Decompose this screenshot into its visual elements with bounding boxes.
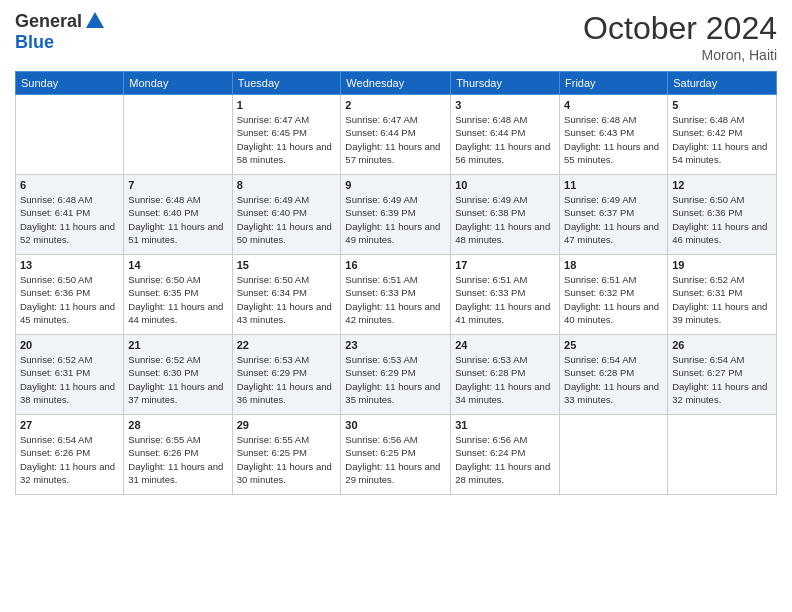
day-number: 5 — [672, 99, 772, 111]
sunset-text: Sunset: 6:29 PM — [345, 367, 415, 378]
sunrise-text: Sunrise: 6:48 AM — [455, 114, 527, 125]
sunrise-text: Sunrise: 6:51 AM — [564, 274, 636, 285]
table-row: 19Sunrise: 6:52 AMSunset: 6:31 PMDayligh… — [668, 255, 777, 335]
daylight-text: Daylight: 11 hours and 37 minutes. — [128, 381, 223, 405]
logo: General Blue — [15, 10, 106, 53]
table-row: 22Sunrise: 6:53 AMSunset: 6:29 PMDayligh… — [232, 335, 341, 415]
col-saturday: Saturday — [668, 72, 777, 95]
sunrise-text: Sunrise: 6:48 AM — [20, 194, 92, 205]
sunrise-text: Sunrise: 6:54 AM — [20, 434, 92, 445]
daylight-text: Daylight: 11 hours and 42 minutes. — [345, 301, 440, 325]
sunrise-text: Sunrise: 6:49 AM — [345, 194, 417, 205]
day-info: Sunrise: 6:54 AMSunset: 6:27 PMDaylight:… — [672, 353, 772, 406]
table-row: 6Sunrise: 6:48 AMSunset: 6:41 PMDaylight… — [16, 175, 124, 255]
sunrise-text: Sunrise: 6:51 AM — [455, 274, 527, 285]
sunrise-text: Sunrise: 6:54 AM — [564, 354, 636, 365]
sunrise-text: Sunrise: 6:50 AM — [672, 194, 744, 205]
sunset-text: Sunset: 6:40 PM — [237, 207, 307, 218]
day-number: 17 — [455, 259, 555, 271]
day-info: Sunrise: 6:49 AMSunset: 6:37 PMDaylight:… — [564, 193, 663, 246]
daylight-text: Daylight: 11 hours and 40 minutes. — [564, 301, 659, 325]
table-row: 7Sunrise: 6:48 AMSunset: 6:40 PMDaylight… — [124, 175, 232, 255]
sunrise-text: Sunrise: 6:51 AM — [345, 274, 417, 285]
sunrise-text: Sunrise: 6:47 AM — [345, 114, 417, 125]
sunrise-text: Sunrise: 6:53 AM — [237, 354, 309, 365]
daylight-text: Daylight: 11 hours and 35 minutes. — [345, 381, 440, 405]
sunset-text: Sunset: 6:44 PM — [455, 127, 525, 138]
day-number: 25 — [564, 339, 663, 351]
daylight-text: Daylight: 11 hours and 58 minutes. — [237, 141, 332, 165]
day-info: Sunrise: 6:51 AMSunset: 6:33 PMDaylight:… — [345, 273, 446, 326]
daylight-text: Daylight: 11 hours and 44 minutes. — [128, 301, 223, 325]
daylight-text: Daylight: 11 hours and 55 minutes. — [564, 141, 659, 165]
table-row: 14Sunrise: 6:50 AMSunset: 6:35 PMDayligh… — [124, 255, 232, 335]
daylight-text: Daylight: 11 hours and 28 minutes. — [455, 461, 550, 485]
table-row: 13Sunrise: 6:50 AMSunset: 6:36 PMDayligh… — [16, 255, 124, 335]
daylight-text: Daylight: 11 hours and 41 minutes. — [455, 301, 550, 325]
table-row: 16Sunrise: 6:51 AMSunset: 6:33 PMDayligh… — [341, 255, 451, 335]
sunrise-text: Sunrise: 6:48 AM — [128, 194, 200, 205]
sunset-text: Sunset: 6:26 PM — [20, 447, 90, 458]
day-number: 2 — [345, 99, 446, 111]
header: General Blue October 2024 Moron, Haiti — [15, 10, 777, 63]
day-info: Sunrise: 6:49 AMSunset: 6:39 PMDaylight:… — [345, 193, 446, 246]
day-number: 31 — [455, 419, 555, 431]
daylight-text: Daylight: 11 hours and 46 minutes. — [672, 221, 767, 245]
day-info: Sunrise: 6:53 AMSunset: 6:29 PMDaylight:… — [237, 353, 337, 406]
day-number: 13 — [20, 259, 119, 271]
sunrise-text: Sunrise: 6:48 AM — [564, 114, 636, 125]
location: Moron, Haiti — [583, 47, 777, 63]
daylight-text: Daylight: 11 hours and 52 minutes. — [20, 221, 115, 245]
sunset-text: Sunset: 6:42 PM — [672, 127, 742, 138]
svg-marker-0 — [86, 12, 104, 28]
sunset-text: Sunset: 6:45 PM — [237, 127, 307, 138]
day-info: Sunrise: 6:48 AMSunset: 6:43 PMDaylight:… — [564, 113, 663, 166]
sunset-text: Sunset: 6:24 PM — [455, 447, 525, 458]
sunrise-text: Sunrise: 6:55 AM — [128, 434, 200, 445]
sunset-text: Sunset: 6:29 PM — [237, 367, 307, 378]
day-info: Sunrise: 6:52 AMSunset: 6:30 PMDaylight:… — [128, 353, 227, 406]
sunset-text: Sunset: 6:34 PM — [237, 287, 307, 298]
daylight-text: Daylight: 11 hours and 36 minutes. — [237, 381, 332, 405]
daylight-text: Daylight: 11 hours and 48 minutes. — [455, 221, 550, 245]
daylight-text: Daylight: 11 hours and 32 minutes. — [672, 381, 767, 405]
day-number: 29 — [237, 419, 337, 431]
day-info: Sunrise: 6:50 AMSunset: 6:35 PMDaylight:… — [128, 273, 227, 326]
daylight-text: Daylight: 11 hours and 38 minutes. — [20, 381, 115, 405]
day-number: 16 — [345, 259, 446, 271]
sunset-text: Sunset: 6:26 PM — [128, 447, 198, 458]
daylight-text: Daylight: 11 hours and 50 minutes. — [237, 221, 332, 245]
calendar-page: General Blue October 2024 Moron, Haiti S… — [0, 0, 792, 612]
sunrise-text: Sunrise: 6:49 AM — [564, 194, 636, 205]
day-info: Sunrise: 6:49 AMSunset: 6:38 PMDaylight:… — [455, 193, 555, 246]
sunset-text: Sunset: 6:38 PM — [455, 207, 525, 218]
day-info: Sunrise: 6:53 AMSunset: 6:28 PMDaylight:… — [455, 353, 555, 406]
sunset-text: Sunset: 6:25 PM — [237, 447, 307, 458]
table-row: 26Sunrise: 6:54 AMSunset: 6:27 PMDayligh… — [668, 335, 777, 415]
sunset-text: Sunset: 6:31 PM — [672, 287, 742, 298]
day-info: Sunrise: 6:54 AMSunset: 6:28 PMDaylight:… — [564, 353, 663, 406]
day-info: Sunrise: 6:54 AMSunset: 6:26 PMDaylight:… — [20, 433, 119, 486]
table-row: 27Sunrise: 6:54 AMSunset: 6:26 PMDayligh… — [16, 415, 124, 495]
day-number: 14 — [128, 259, 227, 271]
sunrise-text: Sunrise: 6:48 AM — [672, 114, 744, 125]
sunrise-text: Sunrise: 6:56 AM — [455, 434, 527, 445]
logo-blue-text: Blue — [15, 32, 54, 53]
table-row: 3Sunrise: 6:48 AMSunset: 6:44 PMDaylight… — [451, 95, 560, 175]
day-number: 18 — [564, 259, 663, 271]
daylight-text: Daylight: 11 hours and 30 minutes. — [237, 461, 332, 485]
table-row: 15Sunrise: 6:50 AMSunset: 6:34 PMDayligh… — [232, 255, 341, 335]
table-row — [16, 95, 124, 175]
day-number: 23 — [345, 339, 446, 351]
day-number: 7 — [128, 179, 227, 191]
table-row — [668, 415, 777, 495]
day-number: 11 — [564, 179, 663, 191]
logo-general-text: General — [15, 11, 82, 32]
sunset-text: Sunset: 6:35 PM — [128, 287, 198, 298]
table-row: 10Sunrise: 6:49 AMSunset: 6:38 PMDayligh… — [451, 175, 560, 255]
col-tuesday: Tuesday — [232, 72, 341, 95]
day-info: Sunrise: 6:47 AMSunset: 6:45 PMDaylight:… — [237, 113, 337, 166]
day-info: Sunrise: 6:48 AMSunset: 6:40 PMDaylight:… — [128, 193, 227, 246]
day-number: 26 — [672, 339, 772, 351]
sunset-text: Sunset: 6:39 PM — [345, 207, 415, 218]
